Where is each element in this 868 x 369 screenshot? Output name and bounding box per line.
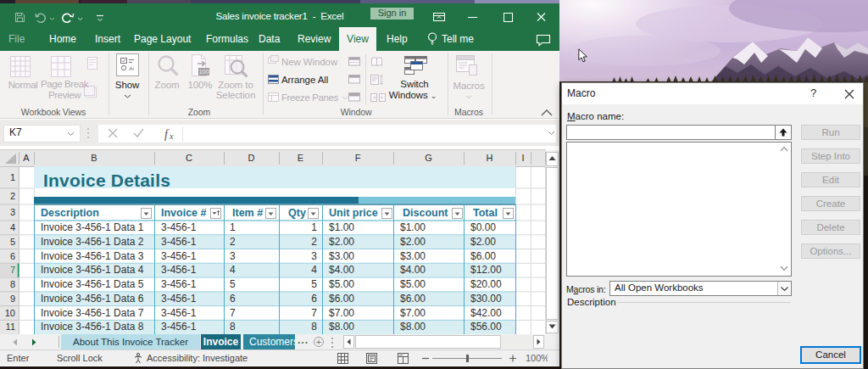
svg-text:100: 100 <box>199 69 209 75</box>
svg-text:x: x <box>169 131 174 141</box>
svg-text:100%: 100% <box>526 353 548 363</box>
